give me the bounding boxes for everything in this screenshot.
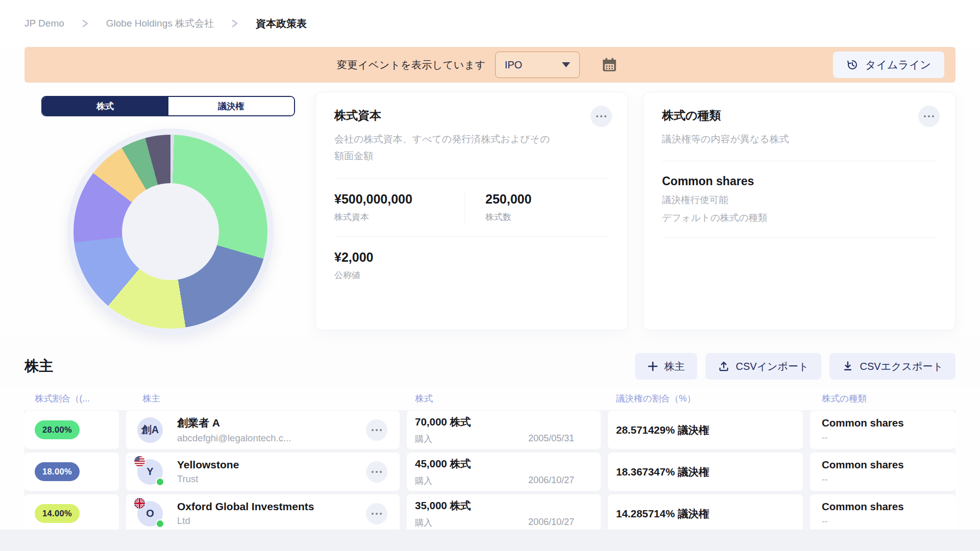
- chevron-right-icon: [231, 18, 238, 29]
- ownership-badge: 18.00%: [35, 462, 80, 481]
- add-shareholder-button[interactable]: 株主: [635, 353, 697, 380]
- shareholders-title: 株主: [24, 357, 53, 376]
- overview-section: 株式 議決権 株式資本 会社の株式資本、すべての発行済株式およびその額面金額 ¥…: [0, 83, 980, 335]
- divider: [334, 236, 609, 237]
- ownership-donut-chart[interactable]: [74, 135, 267, 329]
- share-class-line: 議決権行使可能: [662, 193, 937, 206]
- bottom-strip: [0, 530, 980, 551]
- ellipsis-icon: [596, 115, 598, 117]
- shareholder-name: 創業者 A: [177, 416, 291, 430]
- donut-hole: [122, 183, 219, 280]
- ellipsis-icon: [924, 115, 926, 117]
- calendar-icon: [601, 56, 618, 73]
- stat-nominal-value: ¥2,000 公称値: [334, 250, 464, 281]
- avatar: Y: [137, 459, 163, 485]
- chevron-right-icon: [82, 18, 89, 29]
- shareholder-type: Ltd: [177, 515, 314, 527]
- shareholders-header: 株主 株主 CSVインポート CSVエクスポート: [0, 335, 980, 387]
- column-header-shareholder[interactable]: 株主: [126, 392, 400, 405]
- share-class-value: Common shares: [822, 459, 904, 471]
- acquisition-method: 購入: [415, 433, 432, 445]
- acquisition-method: 購入: [415, 475, 432, 487]
- plus-icon: [647, 361, 658, 372]
- share-class-title: 株式の種類: [662, 108, 937, 123]
- share-capital-title: 株式資本: [334, 108, 609, 123]
- toggle-voting[interactable]: 議決権: [168, 97, 295, 115]
- stat-share-count: 250,000 株式数: [464, 192, 595, 223]
- csv-export-button[interactable]: CSVエクスポート: [829, 353, 955, 380]
- share-capital-subtitle: 会社の株式資本、すべての発行済株式およびその額面金額: [334, 131, 554, 165]
- shareholder-type: Trust: [177, 473, 239, 485]
- share-class-line: デフォルトの株式の種類: [662, 211, 937, 224]
- history-icon: [846, 59, 859, 71]
- acquisition-date: 2006/10/27: [528, 517, 574, 529]
- column-header-ownership[interactable]: 株式割合（(...: [24, 392, 119, 405]
- chevron-down-icon: [562, 62, 570, 67]
- cap-table-page: JP Demo Globe Holdings 株式会社 資本政策表 変更イベント…: [0, 0, 980, 551]
- breadcrumb-item-workspace[interactable]: JP Demo: [24, 18, 64, 29]
- ownership-donut-plate: [67, 129, 274, 335]
- more-menu-button[interactable]: [918, 106, 940, 127]
- table-header-row: 株式割合（(... 株主 株式 議決権の割合（%） 株式の種類: [24, 387, 955, 410]
- us-flag-icon: [134, 456, 145, 467]
- shares-count: 70,000 株式: [415, 415, 574, 429]
- timeline-button[interactable]: タイムライン: [833, 52, 944, 78]
- stat-share-capital: ¥500,000,000 株式資本: [334, 192, 464, 223]
- ownership-badge: 14.00%: [35, 504, 80, 523]
- shareholders-table: 株式割合（(... 株主 株式 議決権の割合（%） 株式の種類 28.00% 創…: [0, 387, 980, 533]
- avatar: 創A: [137, 417, 163, 443]
- share-class-name: Common shares: [662, 174, 937, 188]
- calendar-button[interactable]: [599, 54, 620, 76]
- share-class-subtitle: 議決権等の内容が異なる株式: [662, 131, 881, 147]
- table-row[interactable]: 14.00% O: [24, 494, 955, 533]
- voting-percent: 28.571429% 議決権: [608, 411, 803, 449]
- shares-count: 35,000 株式: [415, 498, 574, 513]
- event-select[interactable]: IPO: [495, 52, 580, 78]
- csv-import-button[interactable]: CSVインポート: [705, 353, 821, 380]
- uk-flag-icon: [134, 498, 145, 509]
- shares-voting-toggle: 株式 議決権: [41, 96, 295, 116]
- download-icon: [842, 360, 854, 372]
- ownership-badge: 28.00%: [35, 420, 80, 439]
- row-more-button[interactable]: [366, 503, 387, 524]
- ellipsis-icon: [372, 429, 374, 431]
- table-row[interactable]: 18.00% Y Yellowstone: [24, 453, 955, 491]
- shareholder-email: abcdefghi@legalontech.c...: [177, 433, 291, 444]
- row-more-button[interactable]: [366, 419, 387, 441]
- share-class-sub: --: [822, 433, 827, 443]
- row-more-button[interactable]: [366, 461, 387, 483]
- share-class-sub: --: [822, 474, 827, 485]
- avatar: O: [137, 501, 163, 527]
- column-header-share-class[interactable]: 株式の種類: [810, 392, 955, 405]
- breadcrumb-item-company[interactable]: Globe Holdings 株式会社: [106, 17, 214, 30]
- share-class-sub: --: [822, 516, 827, 527]
- shares-count: 45,000 株式: [415, 457, 574, 471]
- breadcrumb: JP Demo Globe Holdings 株式会社 資本政策表: [0, 0, 980, 47]
- column-header-shares[interactable]: 株式: [407, 392, 601, 405]
- divider: [662, 161, 937, 161]
- acquisition-date: 2005/05/31: [528, 433, 574, 445]
- event-select-value: IPO: [505, 59, 522, 71]
- event-banner: 変更イベントを表示しています IPO: [24, 47, 955, 83]
- divider: [334, 178, 609, 179]
- share-class-card: 株式の種類 議決権等の内容が異なる株式 Common shares 議決権行使可…: [643, 92, 955, 330]
- voting-percent: 14.285714% 議決権: [608, 494, 803, 533]
- toggle-shares[interactable]: 株式: [42, 97, 168, 115]
- acquisition-method: 購入: [415, 517, 432, 529]
- acquisition-date: 2006/10/27: [528, 475, 574, 487]
- voting-percent: 18.367347% 議決権: [608, 453, 803, 491]
- share-class-value: Common shares: [822, 500, 904, 513]
- table-row[interactable]: 28.00% 創A 創業者 A abcdefghi@legalontech.c.…: [24, 411, 955, 449]
- column-header-voting[interactable]: 議決権の割合（%）: [608, 392, 803, 405]
- shareholder-name: Oxford Global Investments: [177, 500, 314, 513]
- shareholder-name: Yellowstone: [177, 459, 239, 471]
- share-class-value: Common shares: [822, 417, 904, 429]
- more-menu-button[interactable]: [591, 106, 612, 127]
- timeline-button-label: タイムライン: [865, 58, 931, 72]
- status-dot: [156, 519, 164, 528]
- event-banner-message: 変更イベントを表示しています: [337, 58, 486, 72]
- upload-icon: [718, 360, 730, 372]
- chart-column: 株式 議決権: [24, 92, 300, 335]
- ellipsis-icon: [372, 471, 374, 473]
- page-title: 資本政策表: [256, 17, 307, 31]
